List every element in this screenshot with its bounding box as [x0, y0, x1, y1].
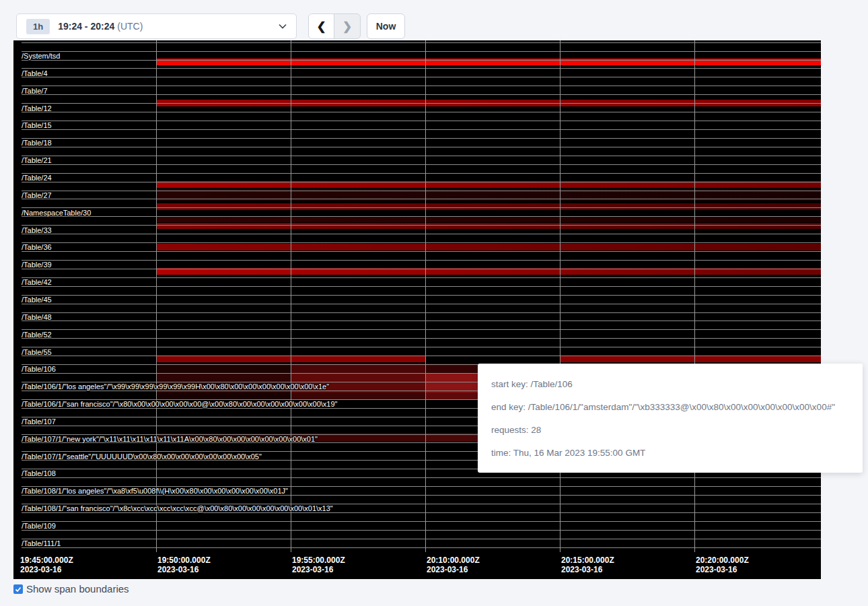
- span-boundary-line: [22, 51, 821, 52]
- span-boundary-line: [22, 251, 821, 252]
- heatmap-hot-band: [156, 393, 291, 399]
- row-key-label: /Table/108/1/"los angeles"/"\xa8\xf5\u00…: [22, 487, 288, 496]
- span-boundary-line: [22, 156, 821, 156]
- row-key-label: /Table/45: [22, 296, 52, 304]
- row-key-label: /Table/24: [22, 174, 52, 182]
- row-key-label: /Table/27: [22, 191, 52, 200]
- time-axis-label: 19:55:00.000Z2023-03-16: [292, 556, 345, 574]
- row-key-label: /System/tsd: [22, 52, 60, 61]
- show-span-boundaries-checkbox[interactable]: [13, 584, 23, 594]
- row-key-label: /Table/18: [22, 139, 52, 147]
- row-key-label: /Table/111/1: [22, 539, 61, 548]
- row-key-label: /Table/52: [22, 331, 52, 339]
- time-boundary-line: [425, 40, 426, 558]
- row-key-label: /Table/7: [22, 87, 48, 96]
- row-key-label: /Table/33: [22, 226, 52, 235]
- row-key-label: /Table/42: [22, 278, 52, 287]
- time-boundary-line: [694, 40, 695, 558]
- row-key-label: /Table/21: [22, 156, 52, 165]
- key-visualizer-page: 1h 19:24 - 20:24(UTC) ❮ ❯ Now /System/ts…: [0, 0, 868, 606]
- span-boundary-line: [22, 521, 821, 522]
- span-boundary-line: [22, 94, 821, 95]
- heatmap-hot-band: [156, 216, 821, 222]
- span-boundary-line: [22, 182, 821, 182]
- time-boundary-line: [291, 40, 291, 558]
- span-boundary-line: [22, 356, 821, 356]
- time-axis-label: 19:50:00.000Z2023-03-16: [157, 556, 211, 574]
- tooltip-end-key: end key: /Table/106/1/"amsterdam"/"\xb33…: [491, 396, 849, 419]
- row-key-label: /NamespaceTable/30: [22, 209, 91, 217]
- tooltip-requests: requests: 28: [491, 419, 849, 442]
- row-key-label: /Table/106/1/"san francisco"/"\x80\x00\x…: [22, 400, 338, 409]
- span-boundary-line: [22, 321, 821, 321]
- span-boundary-line: [22, 77, 821, 77]
- time-range-label: 19:24 - 20:24(UTC): [58, 21, 143, 32]
- span-boundary-line: [22, 277, 821, 278]
- heatmap-hot-band: [156, 244, 821, 250]
- span-boundary-line: [22, 225, 821, 226]
- span-boundary-line: [22, 338, 821, 339]
- row-key-label: /Table/106/1/"los angeles"/"\x99\x99\x99…: [22, 382, 329, 391]
- span-boundary-line: [22, 260, 821, 261]
- row-key-label: /Table/12: [22, 104, 52, 113]
- footer-controls: Show span boundaries: [13, 583, 129, 595]
- chevron-down-icon: [279, 24, 287, 29]
- span-boundary-line: [22, 547, 821, 548]
- time-axis-label: 20:20:00.000Z2023-03-16: [696, 556, 749, 574]
- span-boundary-line: [22, 347, 821, 347]
- timezone-label: (UTC): [117, 21, 143, 32]
- span-boundary-line: [22, 138, 821, 139]
- span-boundary-line: [22, 295, 821, 296]
- span-boundary-line: [22, 60, 821, 61]
- row-key-label: /Table/108/1/"san francisco"/"\x8c\xcc\x…: [22, 504, 333, 513]
- span-boundary-line: [22, 164, 821, 165]
- tooltip-start-key: start key: /Table/106: [491, 373, 849, 396]
- span-boundary-line: [22, 312, 821, 313]
- span-boundary-line: [22, 329, 821, 330]
- checkmark-icon: [15, 586, 22, 593]
- duration-badge: 1h: [26, 19, 50, 34]
- span-boundary-line: [22, 539, 821, 539]
- heatmap-hot-band: [291, 393, 425, 399]
- heatmap-hot-band: [156, 203, 821, 210]
- next-time-button[interactable]: ❯: [334, 14, 360, 38]
- time-axis-label: 19:45:00.000Z2023-03-16: [20, 556, 73, 574]
- now-button[interactable]: Now: [367, 13, 405, 39]
- prev-time-button[interactable]: ❮: [309, 14, 334, 38]
- row-key-label: /Table/107/1/"seattle"/"UUUUUUD\x00\x80\…: [22, 452, 262, 461]
- heatmap-hot-band: [425, 393, 479, 399]
- span-boundary-line: [22, 121, 821, 121]
- row-key-label: /Table/107/1/"new york"/"\x11\x11\x11\x1…: [22, 435, 318, 444]
- span-boundary-line: [22, 269, 821, 269]
- time-axis-label: 20:10:00.000Z2023-03-16: [427, 556, 480, 574]
- span-boundary-line: [22, 129, 821, 130]
- cell-tooltip: start key: /Table/106 end key: /Table/10…: [478, 364, 863, 473]
- heatmap-chart[interactable]: /System/tsd/Table/4/Table/7/Table/12/Tab…: [13, 40, 821, 579]
- time-axis-label: 20:15:00.000Z2023-03-16: [561, 556, 614, 574]
- time-nav-group: ❮ ❯: [308, 13, 361, 39]
- span-boundary-line: [22, 147, 821, 147]
- time-range-selector[interactable]: 1h 19:24 - 20:24(UTC): [16, 13, 297, 39]
- row-key-label: /Table/15: [22, 121, 52, 130]
- span-boundary-line: [22, 242, 821, 243]
- row-key-label: /Table/109: [22, 522, 56, 531]
- span-boundary-line: [22, 207, 821, 208]
- tooltip-time: time: Thu, 16 Mar 2023 19:55:00 GMT: [491, 442, 849, 465]
- span-boundary-line: [22, 530, 821, 531]
- row-key-label: /Table/106: [22, 365, 56, 374]
- span-boundary-line: [22, 68, 821, 69]
- time-boundary-line: [560, 40, 560, 558]
- row-key-label: /Table/39: [22, 261, 52, 269]
- span-boundary-line: [22, 42, 821, 43]
- heatmap-hot-band: [156, 223, 821, 229]
- heatmap-axis: 19:45:00.000Z2023-03-1619:50:00.000Z2023…: [13, 552, 821, 579]
- span-boundary-line: [22, 234, 821, 234]
- row-key-label: /Table/4: [22, 69, 48, 78]
- span-boundary-line: [22, 86, 821, 86]
- row-key-label: /Table/48: [22, 313, 52, 322]
- span-boundary-line: [22, 103, 821, 104]
- span-boundary-line: [22, 112, 821, 112]
- heatmap-hot-band: [425, 373, 479, 393]
- row-key-label: /Table/36: [22, 243, 52, 252]
- heatmap-hot-band: [560, 356, 821, 362]
